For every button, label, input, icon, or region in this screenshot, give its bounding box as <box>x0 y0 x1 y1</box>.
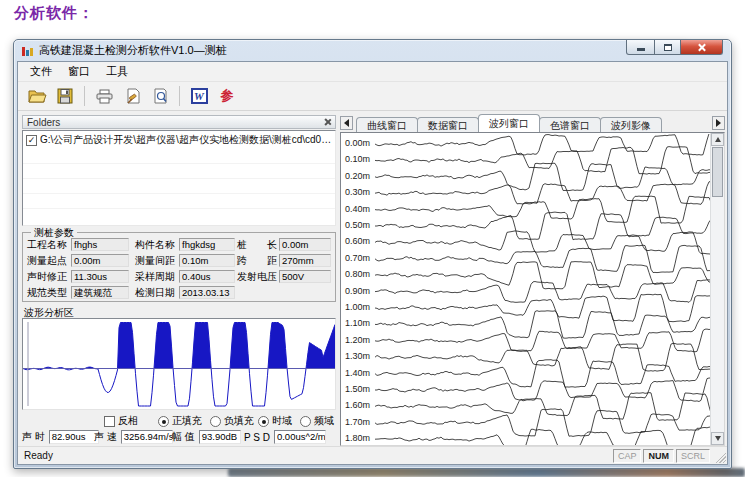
save-button[interactable] <box>54 85 76 107</box>
scroll-down-button[interactable] <box>711 432 724 445</box>
folder-item[interactable]: G:\公司产品设计开发\超声仪器\超声仪实地检测数据\测桩cd\cd03\cd0… <box>23 131 335 149</box>
tab-wavetrain-image[interactable]: 波列影像 <box>600 117 662 132</box>
close-pane-icon[interactable] <box>323 118 331 126</box>
span-field[interactable]: 270mm <box>279 254 331 267</box>
depth-label: 0.00m <box>345 138 370 148</box>
tab-wavetrain-window[interactable]: 波列窗口 <box>478 114 540 132</box>
standard-type-field[interactable]: 建筑规范 <box>71 286 129 299</box>
depth-label: 0.30m <box>345 187 370 197</box>
print-preview-button[interactable] <box>149 85 171 107</box>
folders-list[interactable]: G:\公司产品设计开发\超声仪器\超声仪实地检测数据\测桩cd\cd03\cd0… <box>22 130 336 226</box>
depth-label: 0.70m <box>345 253 370 263</box>
time-correction-field[interactable]: 11.30us <box>71 270 129 283</box>
depth-label: 1.00m <box>345 302 370 312</box>
waveform-trace <box>375 393 713 421</box>
tab-spectrum-window[interactable]: 色谱窗口 <box>539 117 601 132</box>
waveform-trace <box>375 212 713 240</box>
negative-fill-radio[interactable] <box>210 416 221 427</box>
depth-label: 0.80m <box>345 269 370 279</box>
tab-scroll-right-button[interactable] <box>712 116 725 130</box>
waveform-trace <box>375 378 713 402</box>
vertical-scrollbar[interactable] <box>710 133 724 445</box>
invert-checkbox-group[interactable]: 反相 <box>104 414 138 428</box>
waveform-trace <box>375 147 713 175</box>
left-panel: Folders G:\公司产品设计开发\超声仪器\超声仪实地检测数据\测桩cd\… <box>20 111 338 446</box>
depth-label: 1.60m <box>345 400 370 410</box>
titlebar[interactable]: 高铁建混凝土检测分析软件V1.0—测桩 <box>14 40 731 61</box>
time-domain-label: 时域 <box>272 414 292 428</box>
voltage-field[interactable]: 500V <box>279 270 331 283</box>
app-icon <box>22 46 33 56</box>
freq-domain-radio[interactable] <box>300 416 311 427</box>
depth-label: 1.50m <box>345 384 370 394</box>
psd-field[interactable]: 0.00us^2/m <box>274 430 326 444</box>
depth-label: 0.60m <box>345 236 370 246</box>
statusbar: Ready CAP NUM SCRL <box>18 446 727 464</box>
analysis-waveform-chart <box>23 319 335 409</box>
close-button[interactable] <box>680 40 723 55</box>
project-name-field[interactable]: fhghs <box>71 238 129 251</box>
tab-data-window[interactable]: 数据窗口 <box>417 117 479 132</box>
wavetrain-panel[interactable]: 0.00m0.10m0.20m0.30m0.40m0.50m0.60m0.70m… <box>340 132 725 446</box>
waveform-trace <box>375 343 713 371</box>
depth-label: 1.30m <box>345 351 370 361</box>
waveform-trace <box>375 134 713 155</box>
display-controls: 反相 正填充 负填充 时域 <box>22 414 336 428</box>
folder-checkbox[interactable] <box>26 135 37 146</box>
pile-length-field[interactable]: 0.00m <box>279 238 331 251</box>
left-arrow-icon <box>340 119 349 127</box>
measure-interval-field[interactable]: 0.10m <box>179 254 235 267</box>
print-button[interactable] <box>93 85 115 107</box>
minimize-icon <box>637 48 645 51</box>
scroll-up-button[interactable] <box>711 133 724 146</box>
page-setup-button[interactable] <box>121 85 143 107</box>
sound-speed-field[interactable]: 3256.94m/s <box>121 430 173 444</box>
export-word-button[interactable]: W <box>188 85 210 107</box>
maximize-icon <box>664 44 672 51</box>
minimize-button[interactable] <box>626 40 655 55</box>
scroll-lock-indicator: SCRL <box>676 449 710 463</box>
tabstrip: 曲线窗口 数据窗口 波列窗口 色谱窗口 波列影像 <box>340 114 725 132</box>
time-domain-radio[interactable] <box>258 416 269 427</box>
parameters-button[interactable]: 参 <box>216 85 238 107</box>
test-date-field[interactable]: 2013.03.13 <box>179 286 235 299</box>
sound-speed-label: 声 速 <box>94 430 117 444</box>
menu-tools[interactable]: 工具 <box>98 62 136 81</box>
invert-checkbox[interactable] <box>104 416 115 427</box>
tab-scroll-left-button[interactable] <box>340 116 353 130</box>
right-arrow-icon <box>716 119 725 127</box>
positive-fill-radio-group[interactable]: 正填充 <box>158 414 202 428</box>
time-domain-radio-group[interactable]: 时域 <box>258 414 292 428</box>
sound-time-field[interactable]: 82.90us <box>49 430 99 444</box>
sample-period-field[interactable]: 0.40us <box>179 270 235 283</box>
open-file-button[interactable] <box>26 85 48 107</box>
negative-fill-radio-group[interactable]: 负填充 <box>210 414 254 428</box>
positive-fill-radio[interactable] <box>158 416 169 427</box>
waveform-analysis-area[interactable] <box>22 318 336 410</box>
print-preview-icon <box>152 88 169 104</box>
field-label: 工程名称 <box>27 238 71 252</box>
scrollbar-thumb[interactable] <box>712 147 723 197</box>
maximize-button[interactable] <box>654 40 681 55</box>
right-panel: 曲线窗口 数据窗口 波列窗口 色谱窗口 波列影像 0.00m0.10m0.20m… <box>340 111 725 446</box>
menu-window[interactable]: 窗口 <box>60 62 98 81</box>
sound-time-label: 声 时 <box>22 430 45 444</box>
toolbar: W 参 <box>18 82 727 111</box>
component-name-field[interactable]: fhgkdsg <box>179 238 235 251</box>
close-icon <box>697 43 706 52</box>
measure-start-field[interactable]: 0.00m <box>71 254 129 267</box>
tab-curve-window[interactable]: 曲线窗口 <box>356 117 418 132</box>
depth-label: 0.50m <box>345 220 370 230</box>
amplitude-field[interactable]: 93.90dB <box>199 430 241 444</box>
printer-icon <box>95 89 114 104</box>
analysis-waveform-line <box>23 323 335 407</box>
resize-grip[interactable] <box>713 450 726 463</box>
folders-pane-header[interactable]: Folders <box>22 115 336 129</box>
freq-domain-radio-group[interactable]: 频域 <box>300 414 334 428</box>
menu-file[interactable]: 文件 <box>22 62 60 81</box>
depth-label: 0.10m <box>345 154 370 164</box>
open-folder-icon <box>28 89 47 104</box>
wavetrain-chart <box>375 134 713 446</box>
waveform-trace <box>375 262 713 289</box>
field-label: 采样周期 <box>135 270 179 284</box>
